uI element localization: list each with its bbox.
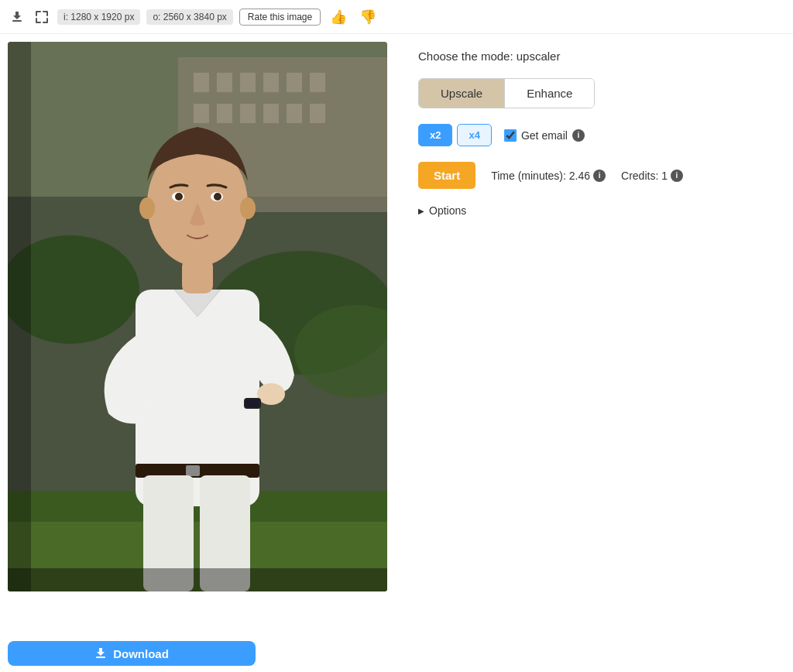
get-email-label[interactable]: Get email i: [504, 129, 585, 142]
start-button[interactable]: Start: [418, 162, 475, 189]
svg-rect-15: [310, 104, 325, 123]
credits-info-icon[interactable]: i: [671, 170, 683, 182]
right-panel: Choose the mode: upscaler Upscale Enhanc…: [395, 34, 793, 635]
download-small-icon-btn[interactable]: [8, 8, 26, 26]
time-info-icon[interactable]: i: [593, 170, 606, 182]
svg-rect-38: [8, 568, 387, 591]
thumbup-button[interactable]: 👍: [327, 7, 350, 27]
main-layout: Choose the mode: upscaler Upscale Enhanc…: [0, 34, 793, 635]
scale-x4-button[interactable]: x4: [457, 124, 491, 146]
preview-image: [8, 42, 387, 591]
image-panel: [0, 34, 395, 635]
svg-rect-10: [194, 104, 209, 123]
svg-rect-14: [287, 104, 302, 123]
options-arrow-icon: ▶: [418, 207, 424, 215]
thumbdown-button[interactable]: 👎: [356, 7, 379, 27]
options-accordion[interactable]: ▶ Options: [418, 204, 770, 217]
input-size-badge: i: 1280 x 1920 px: [57, 9, 140, 25]
options-label: Options: [429, 204, 466, 217]
svg-rect-5: [217, 73, 232, 92]
svg-rect-9: [310, 73, 325, 92]
svg-rect-39: [96, 657, 105, 658]
scale-x2-button[interactable]: x2: [418, 124, 452, 146]
svg-point-31: [214, 193, 221, 201]
email-info-icon[interactable]: i: [572, 129, 585, 142]
svg-rect-35: [245, 399, 259, 407]
svg-rect-0: [12, 20, 22, 22]
enhance-button[interactable]: Enhance: [505, 79, 594, 108]
svg-rect-4: [194, 73, 209, 92]
mode-toggle: Upscale Enhance: [418, 78, 595, 108]
svg-rect-12: [240, 104, 256, 123]
download-icon: [94, 647, 107, 660]
svg-point-30: [175, 193, 183, 201]
download-bar: Download: [0, 635, 263, 672]
rate-image-button[interactable]: Rate this image: [239, 9, 321, 26]
upscale-button[interactable]: Upscale: [419, 79, 505, 108]
svg-rect-36: [182, 259, 213, 293]
download-button[interactable]: Download: [8, 641, 256, 666]
svg-rect-13: [263, 104, 279, 123]
download-label: Download: [113, 647, 169, 660]
svg-point-32: [139, 197, 155, 219]
time-info: Time (minutes): 2.46 i: [491, 170, 606, 182]
svg-rect-8: [287, 73, 302, 92]
toolbar: i: 1280 x 1920 px o: 2560 x 3840 px Rate…: [0, 0, 793, 34]
mode-label: Choose the mode: upscaler: [418, 50, 770, 63]
svg-rect-6: [240, 73, 256, 92]
output-size-badge: o: 2560 x 3840 px: [146, 9, 232, 25]
svg-point-33: [240, 197, 256, 219]
get-email-checkbox[interactable]: [504, 129, 517, 142]
svg-rect-23: [186, 465, 200, 476]
credits-info: Credits: 1 i: [621, 170, 683, 182]
start-row: Start Time (minutes): 2.46 i Credits: 1 …: [418, 162, 770, 189]
svg-point-26: [257, 383, 285, 405]
svg-rect-7: [263, 73, 279, 92]
scale-buttons: x2 x4: [418, 124, 492, 146]
scale-email-row: x2 x4 Get email i: [418, 124, 770, 146]
svg-rect-11: [217, 104, 232, 123]
expand-icon-btn[interactable]: [33, 8, 51, 26]
svg-rect-37: [8, 42, 31, 591]
